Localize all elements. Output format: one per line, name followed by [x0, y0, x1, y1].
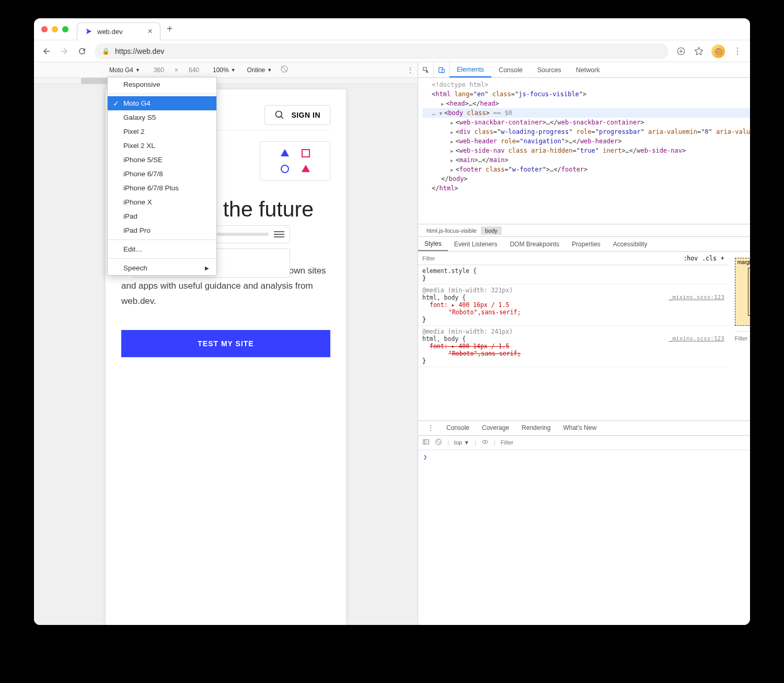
- dd-iphone-5se[interactable]: iPhone 5/SE: [108, 153, 216, 167]
- dd-pixel-2-xl[interactable]: Pixel 2 XL: [108, 139, 216, 153]
- url-text: https://web.dev: [115, 47, 164, 55]
- computed-filter: Show all: [735, 331, 750, 342]
- drawer-tabs: ⋮ Console Coverage Rendering What's New …: [418, 421, 750, 436]
- dd-iphone-678-plus[interactable]: iPhone 6/7/8 Plus: [108, 181, 216, 195]
- drawer-whatsnew[interactable]: What's New: [557, 424, 603, 431]
- ruler: [34, 78, 418, 84]
- inspect-icon[interactable]: [418, 62, 434, 77]
- browser-tab[interactable]: web.dev ×: [77, 22, 160, 40]
- drawer-rendering[interactable]: Rendering: [515, 424, 557, 431]
- svg-point-2: [276, 111, 282, 118]
- tab-elements[interactable]: Elements: [449, 62, 491, 77]
- bookmark-star-icon[interactable]: [694, 46, 704, 56]
- breadcrumb-item[interactable]: body: [481, 226, 502, 235]
- css-val: "Roboto",sans-serif;: [448, 350, 521, 357]
- traffic-lights: [41, 26, 68, 32]
- css-media: @media (min-width: 321px): [422, 287, 724, 294]
- styles-filter-bar: :hov .cls +: [418, 252, 729, 265]
- dd-ipad-pro[interactable]: iPad Pro: [108, 223, 216, 237]
- close-tab-icon[interactable]: ×: [147, 27, 152, 36]
- css-prop: font: ▸ 400 14px / 1.5: [430, 343, 509, 350]
- computed-filter-input[interactable]: [735, 335, 750, 342]
- close-window[interactable]: [41, 26, 48, 32]
- tab-favicon: [85, 27, 93, 36]
- dd-moto-g4[interactable]: Moto G4: [108, 96, 216, 110]
- clear-console-icon[interactable]: [435, 438, 442, 447]
- console-prompt: ❯: [423, 453, 427, 461]
- dd-ipad[interactable]: iPad: [108, 209, 216, 223]
- content-area: Moto G4 ▼ 360 × 640 100% ▼ Online ▼ ⋮: [34, 62, 750, 625]
- css-selector: html, body {: [422, 294, 466, 301]
- context-selector[interactable]: top ▼: [454, 439, 469, 446]
- url-box[interactable]: 🔒 https://web.dev: [95, 43, 668, 59]
- cls-toggle[interactable]: .cls: [702, 255, 717, 262]
- minimize-window[interactable]: [52, 26, 58, 32]
- drawer-coverage[interactable]: Coverage: [476, 424, 515, 431]
- live-expression-icon[interactable]: [481, 438, 489, 447]
- device-selector[interactable]: Moto G4 ▼: [106, 65, 143, 75]
- drawer-menu-icon[interactable]: ⋮: [421, 424, 440, 431]
- styles-body: :hov .cls + element.style { } @media (mi…: [418, 252, 750, 421]
- hamburger-icon: [274, 231, 284, 237]
- console-body[interactable]: ❯: [418, 450, 750, 625]
- browser-menu-icon[interactable]: ⋮: [732, 46, 743, 56]
- install-icon[interactable]: [676, 46, 686, 56]
- breadcrumb-item[interactable]: html.js-focus-visible: [422, 226, 481, 235]
- forward-button[interactable]: [59, 46, 70, 56]
- triangle-icon: [302, 165, 310, 172]
- cta-button[interactable]: TEST MY SITE: [121, 330, 330, 357]
- devtools-tabs: Elements Console Sources Network » ⋮ ×: [418, 62, 750, 78]
- add-rule-icon[interactable]: +: [721, 255, 724, 262]
- styles-tab-breakpoints[interactable]: DOM Breakpoints: [503, 241, 566, 248]
- css-media: @media (min-width: 241px): [422, 328, 724, 335]
- new-tab-button[interactable]: +: [167, 23, 173, 35]
- hov-toggle[interactable]: :hov: [683, 255, 698, 262]
- zoom-selector[interactable]: 100% ▼: [210, 65, 239, 75]
- devtools-panel: Elements Console Sources Network » ⋮ × <…: [418, 62, 750, 625]
- styles-filter-input[interactable]: [422, 255, 679, 261]
- profile-avatar[interactable]: 🐵: [711, 44, 725, 58]
- css-source-link[interactable]: _mixins.scss:123: [669, 294, 724, 301]
- tab-title: web.dev: [97, 28, 122, 36]
- console-sidebar-icon[interactable]: [422, 438, 430, 447]
- square-icon: [302, 149, 310, 157]
- styles-tab-listeners[interactable]: Event Listeners: [448, 241, 504, 248]
- signin-button[interactable]: SIGN IN: [264, 105, 330, 125]
- back-button[interactable]: [41, 46, 52, 56]
- css-source-link[interactable]: _mixins.scss:123: [669, 335, 724, 342]
- device-toggle-icon[interactable]: [434, 62, 449, 77]
- device-dropdown: Responsive Moto G4 Galaxy S5 Pixel 2 Pix…: [107, 77, 217, 276]
- dimension-x: ×: [175, 66, 178, 74]
- elements-tree[interactable]: <!doctype html> <html lang="en" class="j…: [418, 78, 750, 224]
- rotate-icon[interactable]: [280, 65, 289, 75]
- zoom-value: 100%: [213, 66, 229, 74]
- tab-network[interactable]: Network: [569, 62, 607, 77]
- dd-galaxy-s5[interactable]: Galaxy S5: [108, 110, 216, 124]
- dd-iphone-x[interactable]: iPhone X: [108, 195, 216, 209]
- dd-edit[interactable]: Edit…: [108, 242, 216, 256]
- elements-breadcrumb: html.js-focus-visible body: [418, 224, 750, 237]
- styles-tab-properties[interactable]: Properties: [566, 241, 607, 248]
- dropdown-separator: [108, 94, 216, 94]
- shapes-card: [260, 141, 330, 181]
- tab-console[interactable]: Console: [491, 62, 530, 77]
- console-filter-input[interactable]: [501, 439, 750, 446]
- styles-tab-styles[interactable]: Styles: [418, 237, 448, 251]
- dd-iphone-678[interactable]: iPhone 6/7/8: [108, 167, 216, 181]
- toolbar-right: 🐵 ⋮: [676, 44, 743, 58]
- width-input[interactable]: 360: [148, 66, 169, 74]
- chevron-down-icon: ▼: [135, 67, 140, 73]
- card-row: [268, 165, 322, 173]
- device-menu-icon[interactable]: ⋮: [407, 66, 413, 74]
- dd-pixel-2[interactable]: Pixel 2: [108, 124, 216, 139]
- reload-button[interactable]: [77, 46, 87, 56]
- drawer-console[interactable]: Console: [440, 424, 476, 431]
- styles-tab-accessibility[interactable]: Accessibility: [607, 241, 653, 248]
- height-input[interactable]: 640: [183, 66, 204, 74]
- tab-sources[interactable]: Sources: [530, 62, 569, 77]
- maximize-window[interactable]: [62, 26, 68, 32]
- styles-rules[interactable]: :hov .cls + element.style { } @media (mi…: [418, 252, 729, 420]
- dd-responsive[interactable]: Responsive: [108, 77, 216, 92]
- throttle-selector[interactable]: Online ▼: [244, 65, 275, 75]
- dd-speech[interactable]: Speech: [108, 261, 216, 275]
